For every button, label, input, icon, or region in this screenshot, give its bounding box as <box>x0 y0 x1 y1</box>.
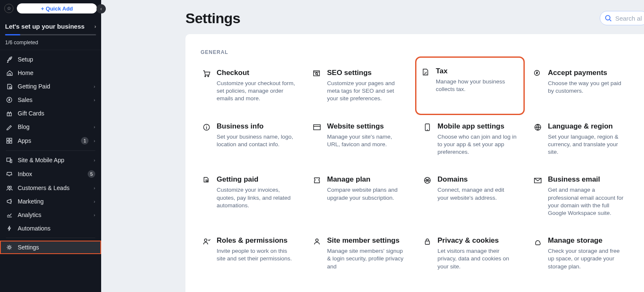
chevron-right-icon: › <box>94 84 95 89</box>
settings-card-accept-payments[interactable]: Accept paymentsChoose the way you get pa… <box>532 67 629 104</box>
card-description: Customize your pages and meta tags for S… <box>327 80 406 103</box>
card-description: Get and manage a professional email acco… <box>548 186 627 217</box>
sidebar-item-settings[interactable]: Settings <box>0 241 101 254</box>
card-title: Manage plan <box>327 175 406 184</box>
settings-card-business-info[interactable]: Business infoSet your business name, log… <box>201 121 298 158</box>
settings-card-privacy-cookies[interactable]: Privacy & cookiesLet visitors manage the… <box>421 235 518 272</box>
settings-card-site-member-settings[interactable]: Site member settingsManage site members'… <box>311 235 408 272</box>
customers-icon <box>6 185 13 191</box>
settings-card-tax[interactable]: TaxManage how your business collects tax… <box>418 59 522 112</box>
member-icon <box>313 237 321 246</box>
sidebar-item-sales[interactable]: Sales› <box>0 93 101 107</box>
svg-point-26 <box>605 16 610 20</box>
globe-icon <box>534 123 542 131</box>
dollar-icon <box>6 96 13 103</box>
card-description: Invite people to work on this site and s… <box>217 247 296 263</box>
chevron-right-icon: › <box>94 212 95 217</box>
chevron-right-icon: › <box>94 24 96 29</box>
plus-icon: + <box>41 5 44 12</box>
nav-divider <box>6 238 95 238</box>
privacy-icon <box>423 237 432 246</box>
settings-card-getting-paid[interactable]: Getting paidCustomize your invoices, quo… <box>201 174 298 219</box>
favorite-star-icon[interactable]: ☆ <box>4 4 13 13</box>
apps-icon <box>6 137 13 144</box>
sidebar-item-inbox[interactable]: Inbox5 <box>0 167 101 181</box>
card-title: SEO settings <box>327 69 406 77</box>
sidebar-item-home[interactable]: Home <box>0 66 101 80</box>
tax-icon <box>421 68 430 76</box>
sidebar-item-analytics[interactable]: Analytics› <box>0 208 101 222</box>
sidebar-item-customers-leads[interactable]: Customers & Leads› <box>0 181 101 195</box>
chevron-right-icon: › <box>94 199 95 204</box>
card-description: Let visitors manage their privacy, data … <box>437 247 517 271</box>
sidebar-item-label: Site & Mobile App <box>18 157 89 163</box>
search-icon <box>604 14 612 22</box>
settings-card-language-region[interactable]: Language & regionSet your language, regi… <box>532 121 629 158</box>
card-title: Privacy & cookies <box>437 236 517 245</box>
chevron-right-icon: › <box>94 138 95 143</box>
card-title: Getting paid <box>217 175 296 184</box>
sidebar: ☆ + Quick Add ‹ Let's set up your busine… <box>0 0 101 292</box>
mail-icon <box>534 176 542 185</box>
card-title: Accept payments <box>548 69 627 77</box>
sidebar-item-marketing[interactable]: Marketing› <box>0 195 101 208</box>
setup-progress-bar <box>5 34 96 35</box>
sidebar-item-apps[interactable]: Apps1› <box>0 134 101 148</box>
analytics-icon <box>6 212 13 218</box>
settings-panel: GENERAL CheckoutCustomize your checkout … <box>185 34 644 292</box>
nav-divider <box>6 150 95 151</box>
settings-card-checkout[interactable]: CheckoutCustomize your checkout form, se… <box>201 67 298 104</box>
sidebar-item-label: Inbox <box>18 171 83 177</box>
card-description: Set your language, region & currency, an… <box>548 133 627 156</box>
card-description: Manage how your business collects tax. <box>436 78 518 93</box>
main-panel: Settings Search al GENERAL CheckoutCusto… <box>101 0 644 292</box>
card-title: Site member settings <box>327 236 406 245</box>
card-title: Checkout <box>217 69 296 77</box>
quick-add-button[interactable]: + Quick Add <box>17 3 97 13</box>
sidebar-item-label: Setup <box>18 56 95 63</box>
chevron-right-icon: › <box>94 185 95 190</box>
domain-icon <box>423 176 432 185</box>
settings-card-business-email[interactable]: Business emailGet and manage a professio… <box>532 174 629 219</box>
rocket-icon <box>6 56 13 63</box>
sidebar-item-getting-paid[interactable]: Getting Paid› <box>0 80 101 93</box>
sidebar-item-automations[interactable]: Automations <box>0 222 101 235</box>
card-description: Choose the way you get paid by customers… <box>548 80 627 95</box>
card-title: Tax <box>436 67 518 75</box>
sidebar-item-label: Automations <box>18 225 95 232</box>
sidebar-item-site-mobile-app[interactable]: Site & Mobile App› <box>0 153 101 167</box>
sidebar-item-label: Blog <box>18 123 89 130</box>
info-icon <box>202 123 211 131</box>
sidebar-item-label: Sales <box>18 96 89 103</box>
page-title: Settings <box>185 10 240 27</box>
pen-icon <box>6 123 13 130</box>
search-input[interactable]: Search al <box>600 11 644 25</box>
sidebar-item-gift-cards[interactable]: Gift Cards <box>0 107 101 120</box>
card-description: Customize your invoices, quotes, pay lin… <box>217 186 296 209</box>
sidebar-item-label: Marketing <box>18 198 89 205</box>
settings-card-manage-plan[interactable]: Manage planCompare website plans and upg… <box>311 174 408 219</box>
settings-card-website-settings[interactable]: Website settingsManage your site's name,… <box>311 121 408 158</box>
card-title: Language & region <box>548 122 627 131</box>
sidebar-item-label: Analytics <box>18 212 89 218</box>
settings-card-roles-permissions[interactable]: Roles & permissionsInvite people to work… <box>201 235 298 272</box>
card-description: Check your storage and free up space, or… <box>548 247 627 271</box>
dollar-icon <box>534 70 542 78</box>
settings-card-seo-settings[interactable]: SEO settingsCustomize your pages and met… <box>311 67 408 104</box>
primary-nav: SetupHomeGetting Paid›Sales›Gift CardsBl… <box>0 50 101 257</box>
settings-card-mobile-app-settings[interactable]: Mobile app settingsChoose who can join a… <box>421 121 518 158</box>
sidebar-collapse-toggle[interactable]: ‹ <box>97 4 106 13</box>
sidebar-item-setup[interactable]: Setup <box>0 53 101 66</box>
card-description: Choose who can join and log in to your a… <box>437 133 517 156</box>
settings-card-domains[interactable]: DomainsConnect, manage and edit your web… <box>421 174 518 219</box>
browser-icon <box>313 123 321 131</box>
plan-icon <box>313 176 321 185</box>
setup-progress-row[interactable]: Let's set up your business › <box>5 23 96 30</box>
sidebar-item-blog[interactable]: Blog› <box>0 120 101 134</box>
card-description: Manage site members' signup & login secu… <box>327 247 406 271</box>
card-title: Manage storage <box>548 236 627 245</box>
settings-card-manage-storage[interactable]: Manage storageCheck your storage and fre… <box>532 235 629 272</box>
sidebar-item-label: Gift Cards <box>18 110 95 117</box>
card-title: Domains <box>437 175 517 184</box>
search-placeholder: Search al <box>615 15 642 22</box>
